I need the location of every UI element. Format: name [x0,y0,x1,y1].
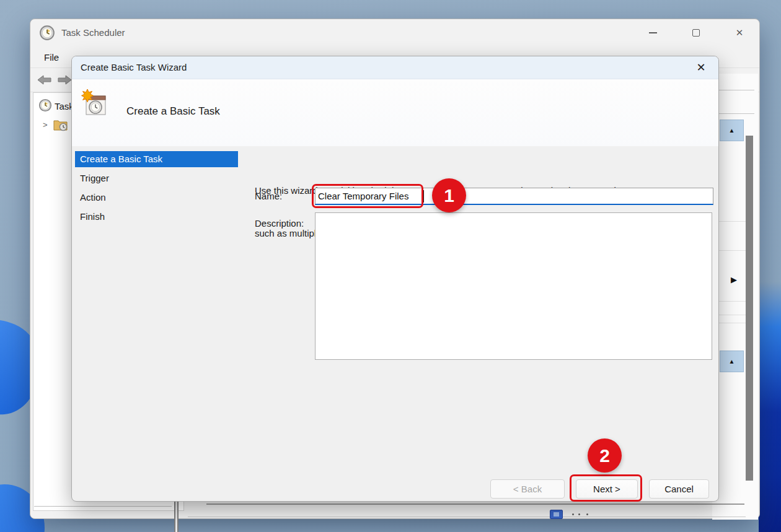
menu-item-file[interactable]: File [40,51,63,64]
back-button: < Back [490,479,565,499]
expand-right-icon[interactable]: ▶ [731,275,737,284]
description-label: Description: [255,218,304,229]
close-icon: ✕ [736,27,744,38]
create-basic-task-wizard-dialog: Create Basic Task Wizard ✕ Create a Basi… [71,56,719,502]
window-title: Task Scheduler [61,27,125,38]
window-titlebar: Task Scheduler ✕ [30,19,759,46]
chevron-right-icon[interactable]: > [43,120,48,129]
wizard-step-action: Action [75,190,238,206]
clock-icon [38,98,52,112]
panel-divider [206,504,744,505]
dialog-title: Create Basic Task Wizard [81,62,187,72]
annotation-highlight-next-button [570,474,642,502]
vertical-scrollbar-thumb[interactable] [746,136,753,481]
truncated-text-dot [572,513,574,515]
scroll-up-icon: ▲ [729,358,735,365]
minimize-icon [649,32,657,33]
wizard-steps-list: Create a Basic Task Trigger Action Finis… [75,151,238,228]
annotation-step-2-badge: 2 [588,438,622,473]
scroll-up-button[interactable]: ▲ [720,120,744,141]
list-separator [717,250,749,251]
scroll-up-button[interactable]: ▲ [720,351,744,372]
scroll-up-icon: ▲ [729,127,735,134]
annotation-highlight-name-field [312,184,423,208]
dialog-close-button[interactable]: ✕ [692,59,710,76]
task-description-input[interactable] [315,212,712,360]
truncated-text-dot [586,513,588,515]
wizard-step-finish: Finish [75,209,238,225]
navigate-forward-button[interactable] [56,74,73,86]
list-separator [717,323,749,323]
wizard-step-create-basic-task: Create a Basic Task [75,151,238,167]
panel-divider [34,506,172,507]
panel-divider [717,113,754,114]
panel-divider [188,517,746,517]
close-icon: ✕ [696,61,705,74]
list-separator [717,301,749,302]
desktop: Task Scheduler ✕ File [0,0,781,532]
dialog-header: Create a Basic Task [72,79,718,146]
create-basic-task-icon [80,88,110,119]
panel-divider [717,90,754,90]
wallpaper-bloom-shape [759,282,781,532]
annotation-step-1-badge: 1 [432,178,466,212]
list-separator [717,315,749,315]
navigate-back-button[interactable] [37,74,53,86]
dialog-header-title: Create a Basic Task [126,105,220,118]
name-label: Name: [255,191,282,201]
wizard-step-trigger: Trigger [75,170,238,186]
help-icon-inner [554,512,559,517]
list-separator [717,221,749,222]
task-scheduler-app-icon [39,25,55,41]
close-button[interactable]: ✕ [726,24,753,41]
help-icon[interactable] [550,510,563,519]
folder-clock-icon [53,118,69,132]
truncated-text-dot [578,513,580,515]
maximize-button[interactable] [682,24,710,41]
cancel-button[interactable]: Cancel [649,479,709,499]
panel-splitter[interactable] [174,501,179,532]
dialog-titlebar: Create Basic Task Wizard ✕ [72,56,718,79]
maximize-icon [692,29,700,37]
minimize-button[interactable] [639,24,666,41]
